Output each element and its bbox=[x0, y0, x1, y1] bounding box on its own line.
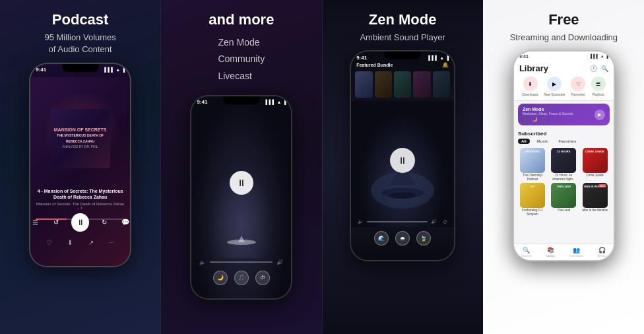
features-list: Zen Mode Community Livecast bbox=[218, 34, 265, 84]
tab-favorites[interactable]: Favorites bbox=[556, 139, 580, 144]
zen-mode-banner[interactable]: Zen Mode Mediation, Sleep, Focus & Sound… bbox=[518, 104, 610, 125]
lib-battery-icon: ▐ bbox=[606, 54, 608, 58]
play-pause-button[interactable]: ⏸ bbox=[71, 213, 88, 232]
zen-banner-icon-1: 🎧 bbox=[523, 117, 529, 122]
podcast-crime-junkie[interactable]: CRIME JUNKIE Crime Junkie bbox=[581, 148, 610, 181]
zen3-dot-1[interactable]: 🌊 bbox=[374, 231, 389, 246]
podcast-thumb-chernobyl: CHERNOBYL bbox=[520, 148, 545, 173]
bottom-icons-row: ♡ ⬇ ↗ ··· bbox=[30, 239, 130, 246]
svg-marker-1 bbox=[238, 236, 245, 242]
live-badge: Live bbox=[598, 184, 606, 187]
discover-icon: 🔍 bbox=[523, 247, 530, 253]
community-label: Community bbox=[569, 254, 583, 257]
phone-mockup-4: 9:41 ▌▌▌ ▲ ▐ Library 🕐 🔍 ⬇ bbox=[513, 50, 615, 261]
tab-music[interactable]: Music bbox=[534, 139, 552, 144]
track-title: 4 - Mansion of Secrets: The MysteriousDe… bbox=[36, 188, 125, 200]
featured-thumbnails[interactable] bbox=[355, 71, 450, 98]
phone-mockup-3: 9:41 ▌▌▌ ▲ ▐ Featured Bundle 🔔 bbox=[350, 50, 455, 261]
phone-mockup-2: 9:41 ▌▌▌ ▲ ▐ ⏸ 🔈 🔊 🌙 bbox=[190, 95, 292, 300]
playlists-label: Playlists bbox=[592, 92, 604, 96]
track-artist: Mansion of Secrets: The Death of Rebecca… bbox=[36, 202, 125, 210]
lib-favorites[interactable]: ♡ Favorites bbox=[571, 77, 585, 96]
new-episodes-icon: ▶ bbox=[547, 77, 562, 91]
podcast-man-in-window[interactable]: MAN IN WINDOW Live Man In the Window bbox=[581, 183, 610, 216]
abroad-icon: 🎧 bbox=[598, 247, 606, 253]
phone-4-screen: 9:41 ▌▌▌ ▲ ▐ Library 🕐 🔍 ⬇ bbox=[514, 51, 614, 260]
library-nav-icon: 📚 bbox=[547, 247, 554, 253]
download-icon[interactable]: ⬇ bbox=[67, 239, 73, 246]
zen-dot-2[interactable]: 🎵 bbox=[234, 271, 249, 285]
podcast-label-6: Man In the Window bbox=[582, 209, 608, 212]
status-time-2: 9:41 bbox=[197, 99, 207, 105]
nav-abroad[interactable]: 🎧 Abroad bbox=[598, 247, 606, 257]
volume-row: 🔈 🔊 bbox=[199, 259, 283, 265]
signal-icon-3: ▌▌▌ bbox=[428, 55, 438, 60]
volume-high-icon: 🔊 bbox=[276, 259, 283, 265]
search-icon[interactable]: 🔍 bbox=[601, 65, 608, 72]
status-bar-2: 9:41 ▌▌▌ ▲ ▐ bbox=[191, 98, 291, 107]
wifi-icon-3: ▲ bbox=[439, 55, 444, 60]
nav-library[interactable]: 📚 Library bbox=[546, 247, 554, 257]
rewind-icon[interactable]: ↺ bbox=[51, 217, 61, 228]
nav-discover[interactable]: 🔍 Discover bbox=[521, 247, 532, 257]
volume-bar[interactable] bbox=[210, 261, 273, 263]
favorites-label: Favorites bbox=[571, 92, 585, 96]
feature-zen: Zen Mode bbox=[218, 34, 265, 51]
podcast-thumb-this-land: THIS LAND bbox=[551, 183, 576, 208]
thumb-3[interactable] bbox=[394, 71, 411, 98]
vol-bar-3[interactable] bbox=[367, 221, 428, 222]
forward-icon[interactable]: ↻ bbox=[100, 217, 110, 228]
timer-icon: ⏱ bbox=[443, 220, 447, 224]
podcast-thumb-text-2: 22 HOURS bbox=[551, 148, 576, 156]
track-info: 4 - Mansion of Secrets: The MysteriousDe… bbox=[30, 188, 130, 209]
podcast-this-land[interactable]: THIS LAND This Land bbox=[549, 183, 578, 216]
zen-banner-content: Zen Mode Mediation, Sleep, Focus & Sound… bbox=[523, 107, 573, 122]
podcast-oj[interactable]: OJ Confronting O.J. Simpson bbox=[518, 183, 547, 216]
share-icon[interactable]: ↗ bbox=[88, 239, 94, 246]
lib-new-episodes[interactable]: ▶ New Episodes bbox=[544, 77, 565, 96]
panel-4-title: Free bbox=[548, 12, 579, 28]
battery-icon-3: ▐ bbox=[445, 55, 449, 60]
library-header-icons: 🕐 🔍 bbox=[590, 65, 608, 72]
comment-icon[interactable]: 💬 bbox=[120, 217, 130, 228]
tabs-row: All Music Favorites bbox=[518, 139, 610, 144]
clock-icon[interactable]: 🕐 bbox=[590, 65, 597, 72]
nav-community[interactable]: 👥 Community bbox=[569, 247, 583, 257]
podcast-22hours[interactable]: 22 HOURS 22 Hours: An American Night... bbox=[549, 148, 578, 181]
abroad-label: Abroad bbox=[598, 254, 606, 257]
thumb-5[interactable] bbox=[433, 71, 450, 98]
svg-point-5 bbox=[389, 193, 416, 199]
zen3-dot-2[interactable]: 🌧 bbox=[395, 231, 410, 246]
zen-dot-3[interactable]: ⏱ bbox=[255, 271, 270, 285]
panel-4-subtitle: Streaming and Downloading bbox=[510, 32, 618, 44]
pause-button-2[interactable]: ⏸ bbox=[230, 171, 253, 195]
tab-all[interactable]: All bbox=[518, 139, 530, 144]
zen-dot-1[interactable]: 🌙 bbox=[213, 271, 228, 285]
library-status-icons: ▌▌▌ ▲ ▐ bbox=[591, 54, 608, 58]
zen-banner-subtitle: Mediation, Sleep, Focus & Sounds bbox=[523, 112, 573, 116]
thumb-2[interactable] bbox=[375, 71, 392, 98]
thumb-1[interactable] bbox=[355, 71, 372, 98]
more-icon[interactable]: ··· bbox=[109, 239, 114, 246]
podcast-label-2: 22 Hours: An American Night... bbox=[549, 174, 578, 181]
album-art-image: MANSION of SECRETSThe Mysterious Death o… bbox=[30, 77, 130, 191]
community-icon: 👥 bbox=[573, 247, 580, 253]
podcast-thumb-crime-junkie: CRIME JUNKIE bbox=[583, 148, 608, 173]
new-episodes-label: New Episodes bbox=[544, 92, 565, 96]
zen3-dot-3[interactable]: 🍃 bbox=[416, 231, 431, 246]
signal-icon-2: ▌▌▌ bbox=[266, 100, 276, 104]
pause-button-3[interactable]: ⏸ bbox=[390, 148, 415, 173]
podcast-chernobyl[interactable]: CHERNOBYL The Chernobyl Podcast bbox=[518, 148, 547, 181]
lib-playlists[interactable]: ☰ Playlists bbox=[591, 77, 606, 96]
featured-header: Featured Bundle 🔔 bbox=[356, 62, 449, 68]
lib-downloads[interactable]: ⬇ Downloads bbox=[522, 77, 538, 96]
zen-banner-icons: 🎧 🌙 🎵 bbox=[523, 117, 573, 122]
signal-icon: ▌▌▌ bbox=[104, 67, 114, 72]
heart-icon[interactable]: ♡ bbox=[46, 239, 52, 246]
list-icon[interactable]: ☰ bbox=[30, 217, 40, 228]
thumb-4[interactable] bbox=[413, 71, 430, 98]
podcast-label-1: The Chernobyl Podcast bbox=[518, 174, 547, 181]
library-header: Library 🕐 🔍 ⬇ Downloads ▶ New Episodes bbox=[514, 61, 614, 101]
podcast-thumb-22hours: 22 HOURS bbox=[551, 148, 576, 173]
zen-play-button[interactable]: ▶ bbox=[595, 110, 605, 120]
